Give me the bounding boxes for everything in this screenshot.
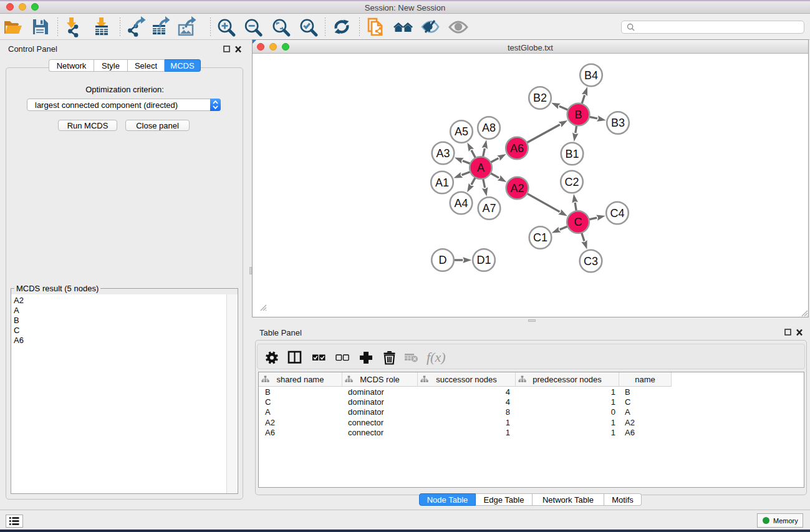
svg-text:A2: A2 <box>510 182 524 195</box>
svg-text:C3: C3 <box>584 255 598 268</box>
svg-text:C2: C2 <box>564 176 579 188</box>
svg-text:D: D <box>439 254 447 266</box>
svg-text:A: A <box>477 162 485 174</box>
svg-text:A1: A1 <box>435 177 449 189</box>
svg-text:B: B <box>574 109 582 121</box>
svg-text:D1: D1 <box>476 254 491 266</box>
svg-text:C1: C1 <box>533 231 547 244</box>
svg-text:A6: A6 <box>510 142 524 155</box>
svg-text:A3: A3 <box>436 147 450 160</box>
svg-text:C: C <box>574 216 582 228</box>
svg-text:B2: B2 <box>533 92 547 104</box>
svg-text:A8: A8 <box>482 122 496 134</box>
svg-text:A7: A7 <box>482 202 496 215</box>
svg-text:C4: C4 <box>610 207 624 220</box>
svg-text:B1: B1 <box>565 148 579 160</box>
svg-text:B4: B4 <box>584 69 598 82</box>
svg-text:A5: A5 <box>455 125 468 138</box>
svg-text:A4: A4 <box>454 197 468 210</box>
svg-text:B3: B3 <box>611 117 625 129</box>
